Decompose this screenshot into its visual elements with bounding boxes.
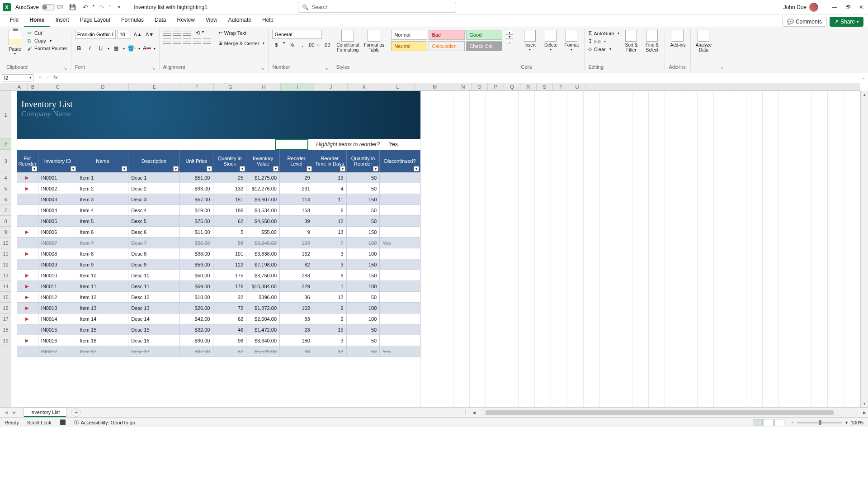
document-name[interactable]: Inventory list with highlighting1 <box>134 4 208 10</box>
table-row[interactable]: ▶IN0014Item 14Desc 14$42.0062$2,604.0083… <box>17 314 420 324</box>
table-cell[interactable]: $93.00 <box>180 183 213 194</box>
col-header-H[interactable]: H <box>247 83 281 90</box>
table-cell[interactable]: 50 <box>347 183 380 194</box>
table-cell[interactable]: Desc 13 <box>128 303 180 313</box>
cut-button[interactable]: ✂Cut <box>26 30 67 36</box>
table-cell[interactable]: Item 2 <box>77 183 129 194</box>
redo-button[interactable]: ↷ <box>99 4 104 11</box>
table-header[interactable]: Inventory Value▾ <box>246 150 280 172</box>
save-icon[interactable]: 💾 <box>69 4 77 10</box>
table-cell[interactable]: IN0017 <box>38 346 77 357</box>
table-cell[interactable]: $1,472.00 <box>246 324 280 335</box>
table-cell[interactable]: ▶ <box>17 270 38 281</box>
table-cell[interactable]: Item 5 <box>77 216 129 226</box>
row-header-14[interactable]: 14 <box>0 281 11 292</box>
close-button[interactable]: ✕ <box>859 4 863 10</box>
fill-dropdown2-icon[interactable]: ▾ <box>604 39 606 43</box>
table-cell[interactable]: $59.00 <box>180 281 213 291</box>
filter-dropdown-icon[interactable]: ▾ <box>207 166 212 171</box>
ribbon-tab-automate[interactable]: Automate <box>223 14 257 27</box>
table-row[interactable]: ▶IN0008Item 8Desc 8$38.00101$3,838.00162… <box>17 248 420 259</box>
table-row[interactable]: IN0004Item 4Desc 4$19.00186$3,534.001586… <box>17 205 420 216</box>
horizontal-scrollbar[interactable] <box>480 409 859 416</box>
table-cell[interactable]: ▶ <box>17 281 38 291</box>
table-cell[interactable]: 23 <box>280 324 313 335</box>
filter-dropdown-icon[interactable]: ▾ <box>414 166 419 171</box>
restore-button[interactable]: 🗗 <box>845 4 851 10</box>
table-cell[interactable]: 22 <box>213 292 247 302</box>
col-header-Q[interactable]: Q <box>504 83 520 90</box>
row-header-18[interactable]: 18 <box>0 324 11 335</box>
ribbon-tab-help[interactable]: Help <box>257 14 279 27</box>
col-header-L[interactable]: L <box>381 83 415 90</box>
table-cell[interactable]: $10,384.00 <box>246 281 280 291</box>
table-cell[interactable] <box>17 216 38 226</box>
filter-dropdown-icon[interactable]: ▾ <box>71 166 76 171</box>
ribbon-tab-review[interactable]: Review <box>171 14 200 27</box>
table-cell[interactable]: ▶ <box>17 314 38 324</box>
row-header-9[interactable]: 9 <box>0 227 11 238</box>
table-cell[interactable]: ▶ <box>17 172 38 183</box>
table-cell[interactable]: 13 <box>313 227 347 237</box>
table-cell[interactable]: 50 <box>347 335 380 346</box>
row-header-3[interactable]: 3 <box>0 150 11 172</box>
table-cell[interactable] <box>380 183 420 194</box>
table-cell[interactable]: Item 17 <box>77 346 129 357</box>
table-cell[interactable]: Yes <box>380 346 420 357</box>
italic-button[interactable]: I <box>86 44 94 52</box>
increase-font-button[interactable]: A▲ <box>133 32 143 37</box>
table-header[interactable]: Reorder Time in Days▾ <box>313 150 347 172</box>
table-cell[interactable]: $90.00 <box>180 335 213 346</box>
table-cell[interactable]: $42.00 <box>180 314 213 324</box>
table-cell[interactable]: $56.00 <box>180 238 213 248</box>
merge-dropdown-icon[interactable]: ▾ <box>263 41 264 45</box>
table-header[interactable]: Discontinued?▾ <box>380 150 420 172</box>
col-header-C[interactable]: C <box>38 83 77 90</box>
table-cell[interactable] <box>17 194 38 204</box>
table-cell[interactable]: 6 <box>313 205 347 215</box>
number-launcher-icon[interactable]: ↘ <box>325 66 328 71</box>
table-cell[interactable]: 122 <box>213 259 247 270</box>
table-cell[interactable]: Item 14 <box>77 314 129 324</box>
table-cell[interactable]: Item 1 <box>77 172 129 183</box>
underline-button[interactable]: U <box>97 44 105 52</box>
table-cell[interactable]: 102 <box>280 303 313 313</box>
table-row[interactable]: IN0017Item 17Desc 17$97.0057$5,529.00981… <box>17 346 420 357</box>
table-cell[interactable] <box>17 205 38 215</box>
number-format-input[interactable] <box>272 30 322 39</box>
fill-color-button[interactable]: 🪣 <box>127 44 136 52</box>
accounting-format-button[interactable]: $ <box>272 41 280 49</box>
table-cell[interactable]: 29 <box>280 172 313 183</box>
table-row[interactable]: ▶IN0001Item 1Desc 1$51.0025$1,275.002913… <box>17 172 420 183</box>
table-cell[interactable]: 9 <box>280 227 313 237</box>
vertical-scrollbar[interactable]: ▴▾ <box>860 91 868 407</box>
comma-format-button[interactable]: , <box>298 41 307 49</box>
table-cell[interactable]: 101 <box>213 248 247 259</box>
table-cell[interactable]: 50 <box>347 324 380 335</box>
table-cell[interactable]: 151 <box>213 194 247 204</box>
table-cell[interactable]: 186 <box>213 205 247 215</box>
table-cell[interactable]: 162 <box>280 248 313 259</box>
table-cell[interactable]: IN0011 <box>38 281 77 291</box>
table-cell[interactable]: Desc 15 <box>128 324 180 335</box>
table-cell[interactable]: Item 10 <box>77 270 129 281</box>
new-sheet-button[interactable]: + <box>71 409 81 417</box>
minimize-button[interactable]: — <box>832 4 837 10</box>
table-cell[interactable]: ▶ <box>17 303 38 313</box>
table-cell[interactable]: IN0007 <box>38 238 77 248</box>
table-cell[interactable]: $32.00 <box>180 324 213 335</box>
table-cell[interactable]: 100 <box>347 281 380 291</box>
col-header-D[interactable]: D <box>77 83 129 90</box>
table-cell[interactable] <box>380 172 420 183</box>
row-header-10[interactable]: 10 <box>0 238 11 248</box>
border-dropdown-icon[interactable]: ▾ <box>123 47 125 51</box>
accessibility-status[interactable]: ⓘAccessibility: Good to go <box>74 419 135 426</box>
table-cell[interactable]: 50 <box>347 346 380 357</box>
table-cell[interactable]: $7,198.00 <box>246 259 280 270</box>
table-cell[interactable]: 1 <box>313 281 347 291</box>
table-cell[interactable]: ▶ <box>17 227 38 237</box>
table-cell[interactable]: 100 <box>347 238 380 248</box>
gallery-down-icon[interactable]: ▾ <box>506 34 513 39</box>
table-cell[interactable]: 39 <box>280 216 313 226</box>
table-cell[interactable]: 12 <box>313 346 347 357</box>
